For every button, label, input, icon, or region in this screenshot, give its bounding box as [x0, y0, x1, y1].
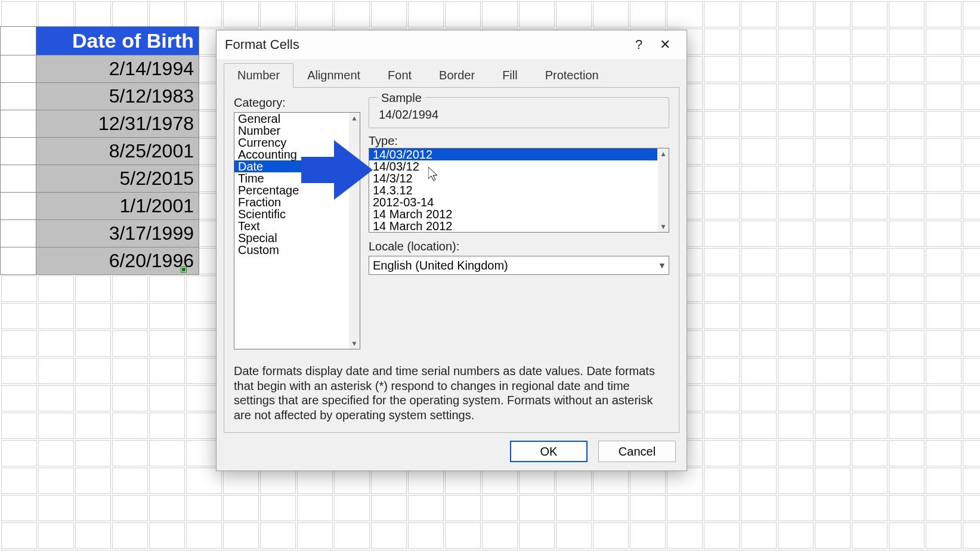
data-cell[interactable]: 12/31/1978: [36, 110, 199, 138]
tab-protection[interactable]: Protection: [531, 63, 613, 88]
sample-box: Sample 14/02/1994: [369, 97, 669, 128]
tab-alignment[interactable]: Alignment: [293, 63, 374, 88]
dialog-tabs: NumberAlignmentFontBorderFillProtection: [224, 63, 679, 87]
type-item[interactable]: 2012-03-14: [369, 196, 657, 208]
chevron-down-icon: ▼: [656, 261, 669, 270]
scroll-up-icon[interactable]: ▲: [658, 148, 669, 159]
category-item-general[interactable]: General: [234, 113, 360, 125]
locale-combobox[interactable]: English (United Kingdom) ▼: [369, 256, 669, 275]
row-stub: [1, 138, 36, 165]
locale-value: English (United Kingdom): [369, 258, 656, 274]
tab-fill[interactable]: Fill: [489, 63, 531, 88]
locale-label: Locale (location):: [369, 240, 669, 253]
data-cell[interactable]: 8/25/2001: [36, 138, 199, 165]
data-cell[interactable]: 5/12/1983: [36, 83, 199, 110]
column-header-date-of-birth: Date of Birth: [36, 27, 199, 55]
row-stub: [1, 27, 36, 55]
type-item[interactable]: 14 March 2012: [369, 208, 657, 220]
selection-handle[interactable]: [181, 267, 186, 272]
row-stub: [1, 55, 36, 83]
row-stub: [1, 165, 36, 193]
row-stub: [1, 247, 36, 275]
ok-button[interactable]: OK: [510, 441, 588, 462]
dialog-help-button[interactable]: ?: [626, 33, 652, 57]
data-cell[interactable]: 6/20/1996: [36, 247, 199, 275]
format-description: Date formats display date and time seria…: [234, 364, 669, 423]
data-cell[interactable]: 1/1/2001: [36, 193, 199, 220]
scroll-down-icon[interactable]: ▼: [658, 221, 669, 232]
category-item-percentage[interactable]: Percentage: [234, 184, 360, 196]
tab-border[interactable]: Border: [425, 63, 489, 88]
category-item-number[interactable]: Number: [234, 125, 360, 137]
type-item[interactable]: 14/03/2012: [369, 148, 657, 160]
number-tab-panel: Category: GeneralNumberCurrencyAccountin…: [224, 87, 679, 433]
scroll-up-icon[interactable]: ▲: [349, 113, 360, 123]
category-item-text[interactable]: Text: [234, 220, 360, 232]
scroll-down-icon[interactable]: ▼: [349, 338, 360, 349]
row-stub: [1, 193, 36, 220]
dialog-close-button[interactable]: ✕: [652, 33, 678, 57]
sample-label: Sample: [378, 91, 425, 105]
category-item-scientific[interactable]: Scientific: [234, 208, 360, 220]
row-stub: [1, 110, 36, 138]
category-label: Category:: [234, 96, 360, 110]
category-item-custom[interactable]: Custom: [234, 244, 360, 256]
data-cell[interactable]: 2/14/1994: [36, 55, 199, 83]
category-item-special[interactable]: Special: [234, 232, 360, 244]
category-scrollbar[interactable]: ▲ ▼: [349, 113, 360, 349]
data-column: Date of Birth 2/14/19945/12/198312/31/19…: [0, 26, 199, 275]
cancel-button[interactable]: Cancel: [598, 441, 676, 462]
type-item[interactable]: 14/03/12: [369, 160, 657, 172]
category-item-time[interactable]: Time: [234, 172, 360, 184]
tab-font[interactable]: Font: [374, 63, 425, 88]
type-list[interactable]: 14/03/201214/03/1214/3/1214.3.122012-03-…: [369, 148, 669, 233]
tab-number[interactable]: Number: [224, 63, 293, 88]
row-stub: [1, 220, 36, 247]
type-scrollbar[interactable]: ▲ ▼: [658, 148, 669, 232]
type-item[interactable]: 14/3/12: [369, 172, 657, 184]
category-item-accounting[interactable]: Accounting: [234, 148, 360, 160]
data-cell[interactable]: 5/2/2015: [36, 165, 199, 193]
type-item[interactable]: 14.3.12: [369, 184, 657, 196]
type-item[interactable]: 14 March 2012: [369, 220, 657, 232]
category-item-currency[interactable]: Currency: [234, 137, 360, 148]
dialog-titlebar[interactable]: Format Cells ? ✕: [217, 30, 687, 59]
dialog-title: Format Cells: [225, 37, 626, 52]
type-label: Type:: [369, 134, 669, 148]
row-stub: [1, 83, 36, 110]
category-list[interactable]: GeneralNumberCurrencyAccountingDateTimeP…: [234, 112, 360, 349]
category-item-fraction[interactable]: Fraction: [234, 196, 360, 208]
category-item-date[interactable]: Date: [234, 160, 360, 172]
format-cells-dialog: Format Cells ? ✕ NumberAlignmentFontBord…: [216, 30, 687, 471]
data-cell[interactable]: 3/17/1999: [36, 220, 199, 247]
sample-value: 14/02/1994: [378, 108, 660, 122]
